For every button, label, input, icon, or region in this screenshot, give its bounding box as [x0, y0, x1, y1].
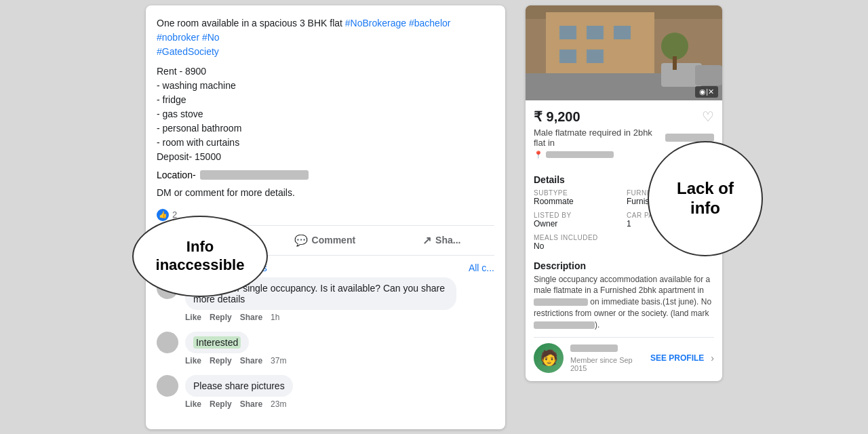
- listing-price: ₹ 9,200: [534, 108, 580, 125]
- listed-by-label: LISTED BY: [534, 212, 621, 219]
- comment-time-2: 37m: [271, 356, 286, 366]
- comment-time-3: 23m: [271, 399, 286, 409]
- detail-meals: MEALS INCLUDED No: [534, 234, 621, 251]
- amenity-5: - room with curtains: [157, 136, 494, 150]
- comment-body-2: Interested Like Reply Share 37m: [185, 332, 286, 366]
- comment-bubble-3: Please share pictures: [185, 375, 293, 397]
- bubble-right-text: Lack of info: [677, 179, 734, 218]
- description-text: Single occupancy accommodation available…: [534, 274, 714, 331]
- svg-rect-13: [673, 56, 677, 70]
- profile-avatar: 🧑: [534, 343, 564, 373]
- rent-label: Rent - 8900: [157, 64, 494, 79]
- comment-button[interactable]: 💬 Comment: [283, 229, 367, 252]
- svg-point-12: [661, 33, 688, 60]
- profile-emoji: 🧑: [540, 349, 558, 367]
- post-rent: Rent - 8900 - washing machine - fridge -…: [157, 64, 494, 164]
- amenity-2: - fridge: [157, 93, 494, 107]
- comment-like-2[interactable]: Like: [185, 356, 201, 366]
- comment-actions-1: Like Reply Share 1h: [185, 313, 456, 322]
- image-controls[interactable]: ◉|✕: [695, 86, 718, 98]
- deposit-label: Deposit- 15000: [157, 150, 494, 164]
- comment-actions-2: Like Reply Share 37m: [185, 356, 286, 366]
- comment-like-3[interactable]: Like: [185, 399, 201, 409]
- detail-listed-by: LISTED BY Owner: [534, 212, 621, 229]
- meals-value: No: [534, 241, 621, 251]
- comment-icon: 💬: [294, 234, 308, 247]
- description-title: Description: [534, 260, 714, 271]
- listing-title-blur: [665, 134, 714, 142]
- location-blur: [200, 170, 309, 180]
- profile-info: Member since Sep 2015: [570, 344, 644, 372]
- svg-rect-8: [587, 50, 604, 63]
- description-section: Description Single occupancy accommodati…: [534, 260, 714, 331]
- svg-rect-7: [559, 50, 576, 63]
- profile-name-blur: [570, 344, 618, 352]
- cards-wrapper: Info inaccessible One room available in …: [146, 5, 722, 429]
- meals-label: MEALS INCLUDED: [534, 234, 621, 241]
- bubble-left-text: Info inaccessible: [156, 238, 245, 274]
- comment-text-2: Interested: [193, 336, 241, 349]
- listing-wrapper: ◉|✕ ₹ 9,200 ♡ Male flatmate required in …: [526, 5, 722, 382]
- subtype-value: Roommate: [534, 197, 621, 206]
- heart-icon[interactable]: ♡: [702, 108, 714, 125]
- comment-item-2: Interested Like Reply Share 37m: [157, 332, 494, 366]
- subtype-label: SUBTYPE: [534, 189, 621, 197]
- comment-reply-2[interactable]: Reply: [210, 356, 232, 366]
- share-button[interactable]: ↗ Sha...: [412, 229, 471, 252]
- info-inaccessible-bubble: Info inaccessible: [132, 216, 268, 297]
- member-since: Member since Sep 2015: [570, 356, 644, 372]
- location-dot-icon: 📍: [534, 151, 543, 159]
- comment-like-1[interactable]: Like: [185, 313, 201, 322]
- amenity-4: - personal bathroom: [157, 121, 494, 136]
- comment-share-1[interactable]: Share: [240, 313, 262, 322]
- lack-of-info-bubble: Lack of info: [648, 141, 763, 256]
- comments-header-right: All c...: [469, 262, 494, 273]
- like-icon: 👍: [157, 209, 169, 221]
- location-pill-blur: [546, 151, 614, 158]
- amenity-1: - washing machine: [157, 79, 494, 93]
- location-row: Location-: [157, 170, 494, 180]
- share-icon: ↗: [422, 234, 431, 247]
- svg-rect-4: [559, 26, 576, 39]
- chevron-right-icon: ›: [711, 353, 714, 363]
- location-label: Location-: [157, 170, 196, 180]
- comment-actions-3: Like Reply Share 23m: [185, 399, 293, 409]
- comment-avatar-3: [157, 375, 178, 397]
- profile-row: 🧑 Member since Sep 2015 SEE PROFILE ›: [534, 337, 714, 373]
- listing-title-text: Male flatmate required in 2bhk flat in: [534, 127, 663, 148]
- comment-share-2[interactable]: Share: [240, 356, 262, 366]
- comment-body-3: Please share pictures Like Reply Share 2…: [185, 375, 293, 409]
- svg-rect-3: [546, 12, 654, 80]
- comment-item-3: Please share pictures Like Reply Share 2…: [157, 375, 494, 409]
- svg-rect-5: [587, 26, 604, 39]
- comment-reply-1[interactable]: Reply: [210, 313, 232, 322]
- dm-text: DM or comment for more details.: [157, 187, 494, 198]
- see-profile-link[interactable]: SEE PROFILE: [650, 353, 704, 363]
- post-hashtag2: #GatedSociety: [157, 46, 219, 57]
- listing-image: ◉|✕: [526, 5, 722, 100]
- listing-image-svg: [526, 5, 722, 100]
- comment-reply-3[interactable]: Reply: [210, 399, 232, 409]
- svg-rect-6: [614, 26, 631, 39]
- desc-blur-2: [534, 321, 595, 329]
- comment-time-1: 1h: [271, 313, 279, 322]
- price-row: ₹ 9,200 ♡: [534, 108, 714, 125]
- comment-avatar-2: [157, 332, 178, 353]
- post-text-main: One room available in a spacious 3 BHK f…: [157, 18, 345, 28]
- svg-rect-11: [695, 65, 722, 85]
- detail-subtype: SUBTYPE Roommate: [534, 189, 621, 206]
- comment-bubble-2: Interested: [185, 332, 249, 353]
- comment-share-3[interactable]: Share: [240, 399, 262, 409]
- listed-by-value: Owner: [534, 219, 621, 229]
- comment-text-3: Please share pictures: [193, 380, 285, 391]
- desc-blur-1: [534, 298, 588, 306]
- amenity-3: - gas stove: [157, 107, 494, 121]
- post-content: One room available in a spacious 3 BHK f…: [157, 16, 494, 59]
- share-label: Sha...: [435, 235, 460, 245]
- comment-label: Comment: [312, 235, 356, 245]
